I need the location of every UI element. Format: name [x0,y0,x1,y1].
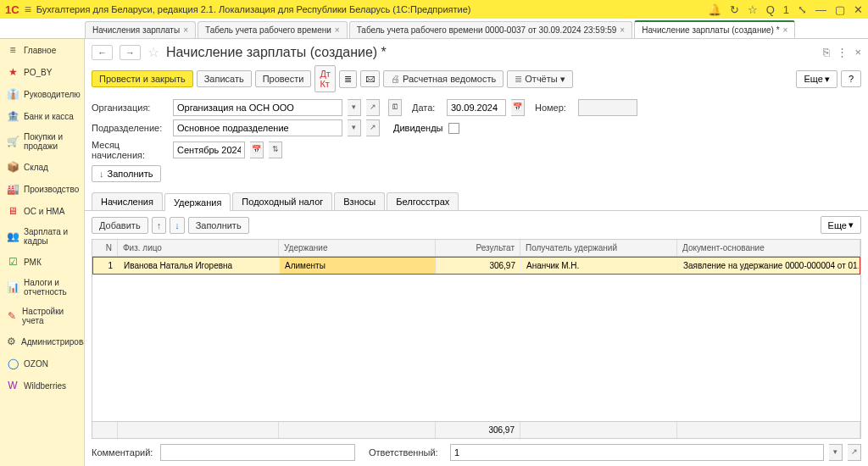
document-title: Начисление зарплаты (создание) * [166,45,387,60]
date-input[interactable] [447,99,506,116]
sidebar-item-7[interactable]: 🖥ОС и НМА [0,200,84,222]
sidebar-item-3[interactable]: 🏦Банк и касса [0,105,84,127]
table-more-button[interactable]: Еще▾ [821,216,861,234]
sidebar-icon: ⚙ [7,336,16,347]
subtab-contributions[interactable]: Взносы [334,192,385,210]
col-basis[interactable]: Документ-основание [677,240,860,256]
subtab-accruals[interactable]: Начисления [92,192,163,210]
date-picker-icon[interactable]: 📅 [511,99,525,116]
bell-icon[interactable]: 🔔 [708,3,721,16]
dropdown-icon[interactable]: ▾ [348,99,361,116]
structure-icon[interactable]: ≣ [339,70,357,88]
deductions-table: N Физ. лицо Удержание Результат Получате… [92,239,861,439]
sidebar-icon: 📊 [7,281,19,293]
month-input[interactable] [173,141,245,158]
move-down-icon[interactable]: ↓ [170,217,185,234]
comment-input[interactable] [160,444,355,461]
table-fill-button[interactable]: Заполнить [188,217,249,234]
sidebar-item-11[interactable]: ✎Настройки учета [0,302,84,330]
sidebar-item-5[interactable]: 📦Склад [0,156,84,178]
dt-kt-icon[interactable]: ДтКт [314,65,336,92]
dropdown-icon[interactable]: ▾ [348,119,361,136]
pin-icon[interactable]: ⤡ [798,3,807,16]
tab-close-icon[interactable]: × [183,25,188,35]
responsible-input[interactable] [450,444,824,461]
sidebar-item-14[interactable]: WWildberries [0,374,84,397]
post-and-close-button[interactable]: Провести и закрыть [92,70,193,87]
star-icon[interactable]: ☆ [748,3,758,16]
sidebar-label: Банк и касса [24,112,74,121]
month-picker-icon[interactable]: 📅 [250,141,264,158]
fill-button[interactable]: ↓Заполнить [92,165,161,182]
tab-0[interactable]: Начисления зарплаты× [85,21,196,38]
podr-label: Подразделение: [92,123,168,133]
search-icon[interactable]: Q [766,3,775,16]
move-up-icon[interactable]: ↑ [152,217,167,234]
add-row-button[interactable]: Добавить [92,217,148,234]
open-icon[interactable]: ↗ [366,99,380,116]
sidebar-label: Производство [24,185,79,194]
more-button[interactable]: Еще▾ [796,70,837,88]
doc-close-icon[interactable]: × [854,46,861,58]
comment-label: Комментарий: [92,447,155,458]
subtab-deductions[interactable]: Удержания [164,193,231,211]
minimize-icon[interactable]: — [815,3,826,16]
tab-close-icon[interactable]: × [783,25,788,35]
tab-1[interactable]: Табель учета рабочего времени× [198,21,348,38]
open-icon[interactable]: ↗ [366,119,380,136]
one-icon[interactable]: 1 [783,3,789,16]
sidebar-item-4[interactable]: 🛒Покупки и продажи [0,127,84,156]
sidebar-item-13[interactable]: ◯OZON [0,352,84,374]
dropdown-icon[interactable]: ▾ [829,444,843,461]
responsible-label: Ответственный: [369,447,445,458]
forward-button[interactable]: → [120,45,141,60]
sidebar-item-10[interactable]: 📊Налоги и отчетность [0,273,84,302]
col-recipient[interactable]: Получатель удержаний [520,240,677,256]
sidebar-item-9[interactable]: ☑РМК [0,251,84,273]
maximize-icon[interactable]: ▢ [835,3,845,16]
tab-3[interactable]: Начисление зарплаты (создание) *× [634,20,795,38]
sidebar-item-1[interactable]: ★PO_BY [0,61,84,83]
sidebar-label: РМК [24,258,42,267]
sidebar-label: Руководителю [24,90,81,99]
col-deduction[interactable]: Удержание [279,240,436,256]
open-icon[interactable]: ↗ [848,444,861,461]
tab-close-icon[interactable]: × [335,25,340,35]
table-row[interactable]: 1 Иванова Наталья Игоревна Алименты 306,… [92,257,860,275]
subtab-income-tax[interactable]: Подоходный налог [232,192,332,210]
save-button[interactable]: Записать [197,70,252,87]
col-result[interactable]: Результат [436,240,520,256]
spinner-icon[interactable]: ⇅ [269,141,282,158]
sidebar-icon: 🛒 [7,136,19,147]
sidebar-item-0[interactable]: ≡Главное [0,39,84,61]
podr-input[interactable] [173,119,342,136]
calendar-icon[interactable]: 🗓 [388,99,402,116]
dividends-checkbox[interactable] [448,123,459,134]
payroll-button[interactable]: 🖨 Расчетная ведомость [383,70,504,87]
sidebar-label: Администрирование [21,337,85,347]
tab-2[interactable]: Табель учета рабочего времени 0000-0037 … [349,21,633,38]
history-icon[interactable]: ↻ [730,3,739,16]
sidebar-item-12[interactable]: ⚙Администрирование [0,330,84,352]
sidebar-icon: ☑ [7,256,19,268]
subtab-belgosstrakh[interactable]: Белгосстрах [387,192,459,210]
org-input[interactable] [173,99,342,116]
sidebar-icon: 🏦 [7,110,19,122]
favorite-icon[interactable]: ☆ [147,44,159,60]
close-icon[interactable]: ✕ [854,3,863,16]
col-fio[interactable]: Физ. лицо [118,240,279,256]
link-icon[interactable]: ⎘ [823,46,830,58]
post-button[interactable]: Провести [255,70,312,87]
attach-icon[interactable]: 🖂 [360,70,380,87]
col-n[interactable]: N [92,240,118,256]
back-button[interactable]: ← [92,45,113,60]
sidebar-item-6[interactable]: 🏭Производство [0,178,84,200]
tab-close-icon[interactable]: × [620,25,625,35]
help-button[interactable]: ? [841,70,861,87]
reports-button[interactable]: ≣ Отчёты ▾ [507,70,573,88]
sidebar-item-2[interactable]: 👔Руководителю [0,83,84,105]
options-icon[interactable]: ⋮ [837,46,848,58]
sidebar-item-8[interactable]: 👥Зарплата и кадры [0,222,84,251]
menu-icon[interactable]: ≡ [25,3,31,16]
num-input[interactable] [578,99,637,116]
